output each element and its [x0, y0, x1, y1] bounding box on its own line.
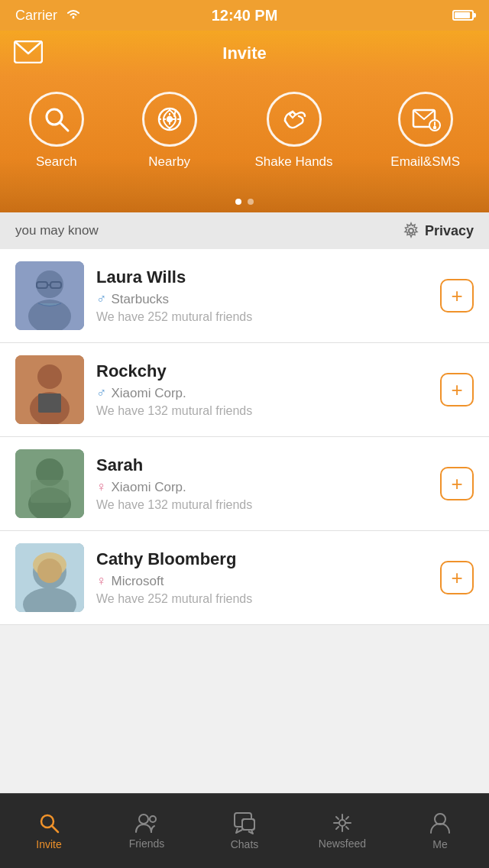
contact-mutual-4: We have 252 mutural friends [96, 592, 431, 606]
add-button-4[interactable]: + [440, 561, 474, 594]
tray-label-email-sms: Email&SMS [390, 154, 460, 170]
contact-list: Laura Wills ♂ Starbucks We have 252 mutu… [0, 249, 489, 625]
svg-point-40 [339, 820, 345, 826]
status-bar: Carrier 12:40 PM [0, 0, 489, 31]
tab-newsfeed[interactable]: Newsfeed [293, 794, 391, 868]
tray-label-search: Search [36, 154, 77, 170]
svg-line-8 [174, 110, 176, 116]
svg-rect-27 [31, 480, 69, 503]
gender-female-icon-3: ♀ [96, 479, 107, 495]
gender-male-icon-2: ♂ [96, 385, 107, 401]
icon-tray: Search Nearby Shake Hands [0, 76, 489, 193]
company-name-1: Starbucks [112, 292, 170, 307]
contact-name-4: Cathy Bloomberg [96, 549, 431, 569]
add-button-2[interactable]: + [440, 373, 474, 406]
contact-info-4: Cathy Bloomberg ♀ Microsoft We have 252 … [96, 549, 431, 606]
contact-name-1: Laura Wills [96, 267, 431, 287]
friends-tab-icon [134, 812, 159, 834]
header-title: Invite [222, 44, 266, 63]
tab-bar: Invite Friends Chats [0, 793, 489, 868]
me-tab-icon [429, 811, 451, 834]
email-sms-tray-icon [398, 92, 453, 147]
avatar-cathy-bloomberg [15, 543, 84, 612]
company-name-3: Xiaomi Corp. [112, 480, 186, 495]
tray-item-email-sms[interactable]: Email&SMS [390, 92, 460, 170]
svg-point-21 [37, 364, 62, 389]
svg-point-32 [37, 559, 62, 583]
dot-1 [235, 199, 241, 205]
tray-label-shake-hands: Shake Hands [254, 154, 332, 170]
carrier-label: Carrier [15, 8, 57, 24]
tab-me[interactable]: Me [391, 794, 489, 868]
privacy-label: Privacy [425, 223, 474, 239]
tab-label-invite: Invite [36, 838, 61, 850]
contact-mutual-3: We have 132 mutural friends [96, 498, 431, 512]
company-name-4: Microsoft [112, 574, 164, 589]
contact-mutual-1: We have 252 mutural friends [96, 310, 431, 324]
svg-point-0 [73, 16, 75, 18]
wifi-icon [65, 8, 82, 24]
contact-company-4: ♀ Microsoft [96, 573, 431, 589]
shake-hands-tray-icon [267, 92, 322, 147]
svg-point-12 [434, 127, 436, 128]
gear-icon [402, 222, 420, 240]
tab-label-me: Me [432, 838, 447, 850]
tab-label-friends: Friends [129, 837, 165, 850]
mail-icon [14, 40, 43, 63]
svg-point-7 [167, 117, 172, 121]
contact-company-1: ♂ Starbucks [96, 291, 431, 307]
chats-tab-icon [233, 811, 256, 834]
contact-info-3: Sarah ♀ Xiaomi Corp. We have 132 mutural… [96, 455, 431, 512]
battery-icon [452, 10, 474, 21]
contact-name-2: Rockchy [96, 361, 431, 381]
contact-item-1: Laura Wills ♂ Starbucks We have 252 mutu… [0, 249, 489, 343]
svg-point-36 [150, 816, 156, 822]
tab-label-newsfeed: Newsfeed [319, 837, 366, 850]
add-button-1[interactable]: + [440, 279, 474, 313]
pagination-dots [0, 193, 489, 212]
contact-info-1: Laura Wills ♂ Starbucks We have 252 mutu… [96, 267, 431, 324]
svg-point-41 [435, 814, 445, 824]
newsfeed-tab-icon [330, 812, 355, 834]
search-tray-icon [29, 92, 84, 147]
contact-mutual-2: We have 132 mutural friends [96, 404, 431, 418]
contact-item-3: Sarah ♀ Xiaomi Corp. We have 132 mutural… [0, 437, 489, 531]
mail-button[interactable] [14, 40, 43, 66]
contact-company-3: ♀ Xiaomi Corp. [96, 479, 431, 495]
status-battery [452, 10, 474, 21]
header: Invite [0, 31, 489, 76]
svg-point-35 [139, 815, 148, 824]
gender-male-icon-1: ♂ [96, 291, 107, 307]
privacy-button[interactable]: Privacy [402, 222, 474, 240]
svg-rect-38 [242, 819, 254, 830]
svg-rect-23 [38, 394, 61, 413]
contact-name-3: Sarah [96, 455, 431, 475]
tab-chats[interactable]: Chats [196, 794, 293, 868]
tab-invite[interactable]: Invite [0, 794, 98, 868]
tray-item-search[interactable]: Search [29, 92, 84, 170]
tray-item-nearby[interactable]: Nearby [142, 92, 197, 170]
tab-friends[interactable]: Friends [98, 794, 196, 868]
nearby-tray-icon [142, 92, 197, 147]
status-carrier: Carrier [15, 8, 82, 24]
svg-point-13 [409, 228, 413, 233]
company-name-2: Xiaomi Corp. [112, 386, 186, 401]
dot-2 [248, 199, 254, 205]
contact-item-2: Rockchy ♂ Xiaomi Corp. We have 132 mutur… [0, 343, 489, 437]
add-button-3[interactable]: + [440, 467, 474, 500]
svg-line-3 [60, 122, 68, 131]
contact-info-2: Rockchy ♂ Xiaomi Corp. We have 132 mutur… [96, 361, 431, 418]
section-header: you may know Privacy [0, 212, 489, 249]
tab-label-chats: Chats [231, 838, 259, 850]
avatar-laura-wills [15, 261, 84, 330]
you-may-know-label: you may know [15, 223, 99, 238]
contact-item-4: Cathy Bloomberg ♀ Microsoft We have 252 … [0, 531, 489, 625]
contact-company-2: ♂ Xiaomi Corp. [96, 385, 431, 401]
status-time: 12:40 PM [212, 7, 278, 24]
invite-tab-icon [37, 811, 60, 834]
svg-line-34 [52, 826, 59, 833]
tray-item-shake-hands[interactable]: Shake Hands [254, 92, 332, 170]
avatar-rockchy [15, 355, 84, 424]
tray-label-nearby: Nearby [148, 154, 190, 170]
gender-female-icon-4: ♀ [96, 573, 107, 589]
